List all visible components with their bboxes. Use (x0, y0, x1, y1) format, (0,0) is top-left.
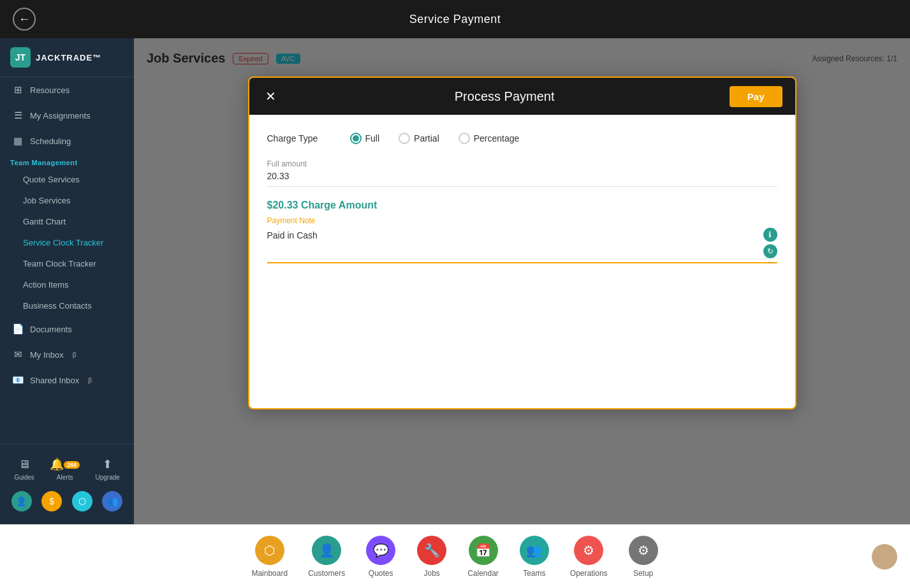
radio-partial-outer (399, 133, 410, 144)
payment-note-input[interactable] (267, 228, 758, 243)
my-inbox-beta: β (73, 351, 77, 358)
calendar-icon: 📅 (469, 536, 498, 565)
page-title: Service Payment (409, 13, 501, 26)
full-amount-label: Full amount (267, 159, 777, 168)
nav-item-teams[interactable]: 👥 Teams (509, 529, 560, 584)
avatar-1[interactable]: 👤 (11, 491, 32, 511)
resources-icon: ⊞ (12, 84, 24, 96)
customers-icon: 👤 (312, 536, 341, 565)
payment-note-section: Payment Note ℹ ↻ (267, 216, 777, 263)
sidebar-item-shared-inbox-label: Shared Inbox (30, 376, 79, 385)
sidebar-item-action-items[interactable]: Action Items (0, 274, 134, 295)
mainboard-icon: ⬡ (255, 536, 284, 565)
charge-type-label: Charge Type (267, 133, 331, 143)
assignments-icon: ☰ (12, 110, 24, 121)
sidebar-item-team-clock-tracker[interactable]: Team Clock Tracker (0, 253, 134, 274)
process-payment-modal: ✕ Process Payment Pay Charge Type Full (248, 77, 796, 409)
sidebar-footer-actions: 🖥 Guides 🔔268 Alerts ⬆ Upgrade (0, 452, 134, 486)
charge-amount: $20.33 Charge Amount (267, 200, 777, 211)
mainboard-label: Mainboard (251, 569, 288, 578)
calendar-label: Calendar (467, 569, 499, 578)
charge-type-row: Charge Type Full Partial (267, 133, 777, 144)
main-row: JT JACKTRADE™ ⊞ Resources ☰ My Assignmen… (0, 38, 910, 524)
full-amount-value: 20.33 (267, 171, 777, 187)
modal-header: ✕ Process Payment Pay (249, 78, 795, 115)
nav-item-quotes[interactable]: 💬 Quotes (355, 529, 406, 584)
sidebar-item-resources-label: Resources (30, 85, 70, 95)
radio-percentage-label: Percentage (474, 133, 520, 143)
nav-item-setup[interactable]: ⚙ Setup (618, 529, 669, 584)
user-avatar[interactable] (872, 544, 897, 570)
radio-full-outer (350, 133, 362, 144)
avatar-4[interactable]: 👥 (102, 491, 122, 511)
sidebar-logo: JT JACKTRADE™ (0, 38, 134, 77)
nav-item-operations[interactable]: ⚙ Operations (560, 529, 618, 584)
sidebar-item-documents-label: Documents (30, 325, 72, 334)
back-button[interactable]: ← (13, 8, 36, 31)
avatar-3[interactable]: ⬡ (72, 491, 92, 511)
guides-button[interactable]: 🖥 Guides (14, 458, 34, 481)
radio-full-inner (353, 135, 359, 142)
scheduling-icon: ▦ (12, 135, 24, 147)
shared-inbox-beta: β (88, 377, 92, 384)
refresh-icon[interactable]: ↻ (763, 244, 777, 258)
sidebar-item-documents[interactable]: 📄 Documents (0, 316, 134, 342)
shared-inbox-icon: 📧 (12, 374, 24, 386)
content-area: Job Services Expired AVC Assigned Resour… (134, 38, 910, 524)
info-icon[interactable]: ℹ (763, 228, 777, 242)
sidebar-item-job-services[interactable]: Job Services (0, 190, 134, 211)
sidebar-item-service-clock-tracker[interactable]: Service Clock Tracker (0, 232, 134, 253)
radio-partial-label: Partial (414, 133, 439, 143)
avatar-2[interactable]: $ (41, 491, 62, 511)
back-icon: ← (18, 13, 30, 26)
documents-icon: 📄 (12, 323, 24, 335)
upgrade-button[interactable]: ⬆ Upgrade (95, 457, 119, 481)
sidebar-item-quote-services[interactable]: Quote Services (0, 169, 134, 190)
setup-icon: ⚙ (629, 536, 658, 565)
radio-full[interactable]: Full (350, 133, 380, 144)
note-icons: ℹ ↻ (763, 228, 777, 258)
pay-button[interactable]: Pay (730, 86, 782, 107)
sidebar: JT JACKTRADE™ ⊞ Resources ☰ My Assignmen… (0, 38, 134, 524)
quotes-label: Quotes (369, 569, 393, 578)
sidebar-item-scheduling[interactable]: ▦ Scheduling (0, 128, 134, 154)
sidebar-item-shared-inbox[interactable]: 📧 Shared Inbox β (0, 367, 134, 393)
sidebar-item-gantt-chart[interactable]: Gantt Chart (0, 211, 134, 232)
bottom-nav: ⬡ Mainboard 👤 Customers 💬 Quotes 🔧 Jobs … (0, 524, 910, 588)
operations-icon: ⚙ (574, 536, 603, 565)
logo-icon: JT (10, 47, 31, 68)
nav-item-customers[interactable]: 👤 Customers (298, 529, 355, 584)
guides-label: Guides (14, 474, 34, 481)
alerts-label: Alerts (57, 474, 73, 481)
quotes-icon: 💬 (366, 536, 395, 565)
alerts-badge: 268 (64, 461, 80, 469)
jobs-icon: 🔧 (417, 536, 446, 565)
sidebar-item-my-inbox-label: My Inbox (30, 350, 64, 360)
radio-percentage[interactable]: Percentage (459, 133, 520, 144)
jobs-label: Jobs (423, 569, 439, 578)
footer-avatars: 👤 $ ⬡ 👥 (0, 486, 134, 517)
payment-note-row: ℹ ↻ (267, 228, 777, 263)
nav-item-mainboard[interactable]: ⬡ Mainboard (241, 529, 298, 584)
sidebar-item-my-inbox[interactable]: ✉ My Inbox β (0, 342, 134, 367)
sidebar-item-scheduling-label: Scheduling (30, 136, 71, 146)
alerts-button[interactable]: 🔔268 Alerts (50, 457, 80, 481)
sidebar-item-my-assignments[interactable]: ☰ My Assignments (0, 103, 134, 128)
logo-text: JACKTRADE™ (36, 53, 101, 62)
sidebar-item-resources[interactable]: ⊞ Resources (0, 77, 134, 103)
teams-icon: 👥 (520, 536, 549, 565)
team-management-header[interactable]: Team Management (0, 154, 134, 169)
radio-partial[interactable]: Partial (399, 133, 439, 144)
modal-body: Charge Type Full Partial (249, 115, 795, 408)
full-amount-field: Full amount 20.33 (267, 159, 777, 187)
nav-item-jobs[interactable]: 🔧 Jobs (406, 529, 457, 584)
payment-note-label: Payment Note (267, 216, 777, 225)
modal-close-button[interactable]: ✕ (262, 87, 280, 105)
sidebar-item-business-contacts[interactable]: Business Contacts (0, 295, 134, 316)
nav-item-calendar[interactable]: 📅 Calendar (457, 529, 509, 584)
modal-overlay: ✕ Process Payment Pay Charge Type Full (134, 38, 910, 524)
operations-label: Operations (570, 569, 608, 578)
sidebar-footer: 🖥 Guides 🔔268 Alerts ⬆ Upgrade 👤 $ ⬡ 👥 (0, 444, 134, 524)
teams-label: Teams (523, 569, 545, 578)
upgrade-icon: ⬆ (103, 457, 112, 471)
